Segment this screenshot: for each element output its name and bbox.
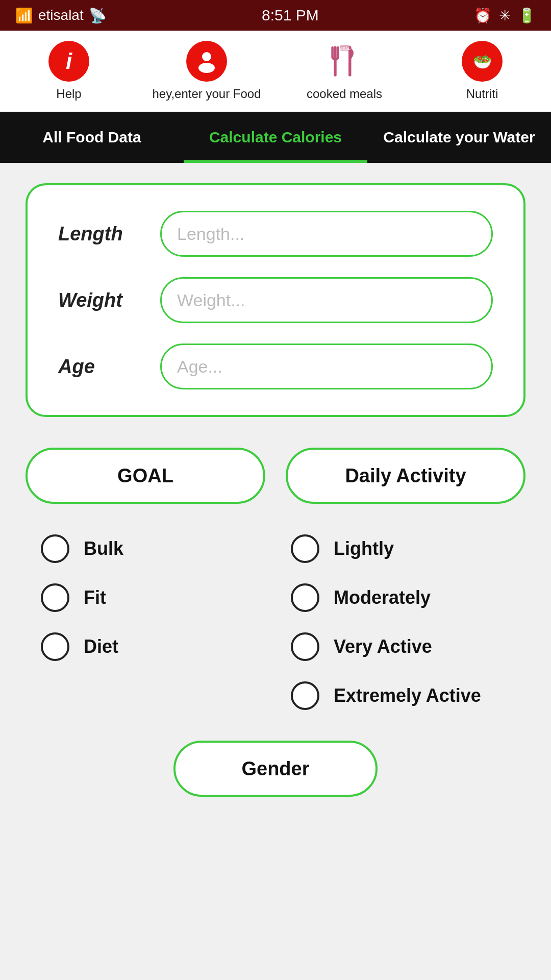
length-label: Length [58, 223, 160, 245]
bluetooth-icon: ✳ [499, 7, 511, 24]
extremely-active-label: Extremely Active [334, 685, 481, 706]
tab-calculate-calories[interactable]: Calculate Calories [184, 112, 367, 163]
moderately-radio[interactable] [291, 583, 319, 612]
tab-calculate-water[interactable]: Calculate your Water [367, 112, 551, 163]
wifi-icon: 📡 [89, 7, 107, 24]
status-right: ⏰ ✳ 🔋 [474, 7, 536, 24]
meals-icon: MEAL [324, 41, 365, 82]
person-icon [186, 41, 227, 82]
fit-label: Fit [84, 587, 106, 608]
goal-fit[interactable]: Fit [26, 583, 276, 612]
nav-cooked-meals-label: cooked meals [307, 87, 382, 101]
very-active-label: Very Active [334, 636, 432, 657]
length-row: Length [58, 211, 493, 257]
help-icon: i [48, 41, 89, 82]
status-left: 📶 etisalat 📡 [15, 7, 107, 24]
nav-help-label: Help [56, 87, 81, 101]
top-nav: i Help hey,enter your Food [0, 31, 551, 112]
activity-very-active[interactable]: Very Active [276, 632, 525, 661]
lightly-label: Lightly [334, 538, 394, 559]
activity-moderately[interactable]: Moderately [276, 583, 525, 612]
nav-help[interactable]: i Help [0, 41, 138, 101]
activity-options: Lightly Moderately Very Active Extremely… [276, 534, 525, 710]
bulk-radio[interactable] [41, 534, 69, 563]
length-input[interactable] [160, 211, 493, 257]
goal-diet[interactable]: Diet [26, 632, 276, 661]
svg-point-1 [198, 63, 215, 73]
gender-button[interactable]: Gender [173, 741, 378, 797]
activity-lightly[interactable]: Lightly [276, 534, 525, 563]
battery-icon: 🔋 [518, 7, 536, 24]
fit-radio[interactable] [41, 583, 69, 612]
goal-bulk[interactable]: Bulk [26, 534, 276, 563]
moderately-label: Moderately [334, 587, 431, 608]
weight-row: Weight [58, 277, 493, 323]
main-content: Length Weight Age GOAL Daily Activity Bu… [0, 163, 551, 817]
signal-icon: 📶 [15, 7, 33, 24]
gender-section: Gender [26, 741, 525, 797]
tab-all-food[interactable]: All Food Data [0, 112, 184, 163]
age-row: Age [58, 344, 493, 389]
input-card: Length Weight Age [26, 183, 525, 417]
nav-enter-food[interactable]: hey,enter your Food [138, 41, 276, 101]
status-time: 8:51 PM [262, 7, 319, 24]
carrier-name: etisalat [38, 7, 84, 23]
alarm-icon: ⏰ [474, 7, 492, 24]
extremely-active-radio[interactable] [291, 681, 319, 710]
goal-button[interactable]: GOAL [26, 448, 265, 504]
status-bar: 📶 etisalat 📡 8:51 PM ⏰ ✳ 🔋 [0, 0, 551, 31]
nutritional-icon: 🥗 [462, 41, 503, 82]
nav-nutritional[interactable]: 🥗 Nutriti [413, 41, 551, 101]
nav-enter-food-label: hey,enter your Food [152, 87, 261, 101]
weight-label: Weight [58, 289, 160, 311]
action-buttons: GOAL Daily Activity [26, 448, 525, 504]
age-input[interactable] [160, 344, 493, 389]
nav-nutritional-label: Nutriti [466, 87, 498, 101]
options-row: Bulk Fit Diet Lightly Moderately [26, 534, 525, 710]
very-active-radio[interactable] [291, 632, 319, 661]
svg-point-0 [202, 52, 211, 61]
goal-options: Bulk Fit Diet [26, 534, 276, 710]
diet-radio[interactable] [41, 632, 69, 661]
lightly-radio[interactable] [291, 534, 319, 563]
svg-text:MEAL: MEAL [339, 46, 350, 51]
diet-label: Diet [84, 636, 118, 657]
nav-cooked-meals[interactable]: MEAL cooked meals [276, 41, 413, 101]
bulk-label: Bulk [84, 538, 123, 559]
activity-extremely-active[interactable]: Extremely Active [276, 681, 525, 710]
weight-input[interactable] [160, 277, 493, 323]
age-label: Age [58, 356, 160, 378]
tab-bar: All Food Data Calculate Calories Calcula… [0, 112, 551, 163]
daily-activity-button[interactable]: Daily Activity [286, 448, 525, 504]
